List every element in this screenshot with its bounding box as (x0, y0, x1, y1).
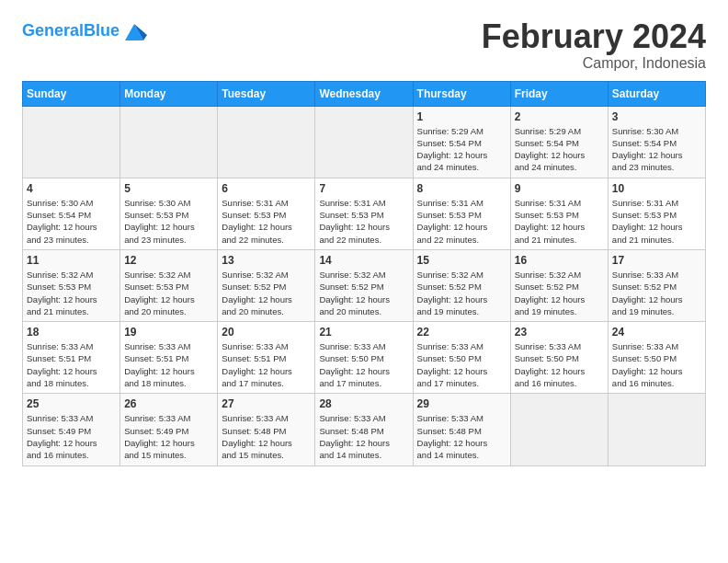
calendar-day-cell: 10Sunrise: 5:31 AMSunset: 5:53 PMDayligh… (608, 178, 705, 249)
day-info: Sunrise: 5:33 AMSunset: 5:50 PMDaylight:… (515, 340, 604, 389)
calendar-day-cell: 18Sunrise: 5:33 AMSunset: 5:51 PMDayligh… (23, 322, 120, 394)
day-number: 18 (27, 326, 116, 339)
calendar-day-cell: 21Sunrise: 5:33 AMSunset: 5:50 PMDayligh… (315, 322, 413, 394)
calendar-day-cell: 9Sunrise: 5:31 AMSunset: 5:53 PMDaylight… (510, 178, 608, 249)
calendar-day-cell: 12Sunrise: 5:32 AMSunset: 5:53 PMDayligh… (120, 249, 218, 321)
day-info: Sunrise: 5:33 AMSunset: 5:49 PMDaylight:… (27, 412, 116, 461)
day-number: 21 (319, 326, 408, 339)
day-number: 25 (27, 397, 116, 410)
calendar-day-cell (510, 394, 608, 465)
logo: GeneralBlue (22, 18, 147, 44)
calendar-day-cell (120, 106, 218, 178)
day-info: Sunrise: 5:32 AMSunset: 5:53 PMDaylight:… (124, 269, 213, 317)
calendar-day-cell: 8Sunrise: 5:31 AMSunset: 5:53 PMDaylight… (413, 178, 510, 249)
day-number: 6 (222, 182, 311, 195)
day-number: 28 (319, 397, 408, 410)
calendar-day-cell: 6Sunrise: 5:31 AMSunset: 5:53 PMDaylight… (218, 178, 315, 249)
day-header: Sunday (23, 81, 120, 106)
calendar-day-cell: 11Sunrise: 5:32 AMSunset: 5:53 PMDayligh… (23, 249, 120, 321)
day-number: 26 (124, 397, 213, 410)
day-number: 1 (417, 110, 506, 123)
day-number: 4 (27, 182, 116, 195)
day-info: Sunrise: 5:29 AMSunset: 5:54 PMDaylight:… (417, 125, 506, 174)
day-number: 10 (612, 182, 701, 195)
day-header: Thursday (413, 81, 510, 106)
day-info: Sunrise: 5:33 AMSunset: 5:51 PMDaylight:… (27, 340, 116, 389)
title-area: February 2024 Campor, Indonesia (482, 18, 706, 72)
calendar-day-cell (315, 106, 413, 178)
calendar-week-row: 11Sunrise: 5:32 AMSunset: 5:53 PMDayligh… (23, 249, 706, 321)
day-info: Sunrise: 5:33 AMSunset: 5:51 PMDaylight:… (124, 340, 213, 389)
calendar-day-cell: 22Sunrise: 5:33 AMSunset: 5:50 PMDayligh… (413, 322, 510, 394)
day-info: Sunrise: 5:31 AMSunset: 5:53 PMDaylight:… (222, 197, 311, 246)
day-info: Sunrise: 5:33 AMSunset: 5:48 PMDaylight:… (319, 412, 408, 461)
day-number: 3 (612, 110, 701, 123)
calendar-header-row: SundayMondayTuesdayWednesdayThursdayFrid… (23, 81, 706, 106)
day-number: 23 (515, 326, 604, 339)
calendar-day-cell: 28Sunrise: 5:33 AMSunset: 5:48 PMDayligh… (315, 394, 413, 465)
day-number: 5 (124, 182, 213, 195)
calendar-week-row: 1Sunrise: 5:29 AMSunset: 5:54 PMDaylight… (23, 106, 706, 178)
day-number: 22 (417, 326, 506, 339)
calendar-body: 1Sunrise: 5:29 AMSunset: 5:54 PMDaylight… (23, 106, 706, 465)
day-info: Sunrise: 5:31 AMSunset: 5:53 PMDaylight:… (515, 197, 604, 246)
calendar-week-row: 4Sunrise: 5:30 AMSunset: 5:54 PMDaylight… (23, 178, 706, 249)
day-info: Sunrise: 5:32 AMSunset: 5:52 PMDaylight:… (319, 269, 408, 317)
day-info: Sunrise: 5:29 AMSunset: 5:54 PMDaylight:… (515, 125, 604, 174)
day-number: 7 (319, 182, 408, 195)
calendar-day-cell: 17Sunrise: 5:33 AMSunset: 5:52 PMDayligh… (608, 249, 705, 321)
calendar-day-cell: 5Sunrise: 5:30 AMSunset: 5:53 PMDaylight… (120, 178, 218, 249)
day-info: Sunrise: 5:33 AMSunset: 5:49 PMDaylight:… (124, 412, 213, 461)
main-title: February 2024 (482, 18, 706, 55)
day-number: 19 (124, 326, 213, 339)
calendar-week-row: 25Sunrise: 5:33 AMSunset: 5:49 PMDayligh… (23, 394, 706, 465)
day-header: Monday (120, 81, 218, 106)
calendar-day-cell: 27Sunrise: 5:33 AMSunset: 5:48 PMDayligh… (218, 394, 315, 465)
calendar-day-cell: 19Sunrise: 5:33 AMSunset: 5:51 PMDayligh… (120, 322, 218, 394)
day-header: Saturday (608, 81, 705, 106)
day-info: Sunrise: 5:33 AMSunset: 5:50 PMDaylight:… (417, 340, 506, 389)
calendar-day-cell: 7Sunrise: 5:31 AMSunset: 5:53 PMDaylight… (315, 178, 413, 249)
day-number: 9 (515, 182, 604, 195)
day-header: Wednesday (315, 81, 413, 106)
day-header: Tuesday (218, 81, 315, 106)
calendar-day-cell (218, 106, 315, 178)
day-info: Sunrise: 5:31 AMSunset: 5:53 PMDaylight:… (612, 197, 701, 246)
day-number: 16 (515, 254, 604, 267)
calendar-day-cell: 2Sunrise: 5:29 AMSunset: 5:54 PMDaylight… (510, 106, 608, 178)
day-info: Sunrise: 5:33 AMSunset: 5:48 PMDaylight:… (222, 412, 311, 461)
logo-icon (121, 18, 147, 44)
calendar-day-cell: 20Sunrise: 5:33 AMSunset: 5:51 PMDayligh… (218, 322, 315, 394)
day-number: 14 (319, 254, 408, 267)
day-info: Sunrise: 5:33 AMSunset: 5:51 PMDaylight:… (222, 340, 311, 389)
logo-text: GeneralBlue (22, 22, 119, 40)
calendar-day-cell: 24Sunrise: 5:33 AMSunset: 5:50 PMDayligh… (608, 322, 705, 394)
calendar-day-cell: 3Sunrise: 5:30 AMSunset: 5:54 PMDaylight… (608, 106, 705, 178)
calendar-table: SundayMondayTuesdayWednesdayThursdayFrid… (22, 81, 706, 466)
day-number: 24 (612, 326, 701, 339)
day-info: Sunrise: 5:33 AMSunset: 5:48 PMDaylight:… (417, 412, 506, 461)
day-number: 2 (515, 110, 604, 123)
header: GeneralBlue February 2024 Campor, Indone… (22, 18, 706, 72)
day-info: Sunrise: 5:30 AMSunset: 5:54 PMDaylight:… (612, 125, 701, 174)
calendar-day-cell: 4Sunrise: 5:30 AMSunset: 5:54 PMDaylight… (23, 178, 120, 249)
day-info: Sunrise: 5:31 AMSunset: 5:53 PMDaylight:… (417, 197, 506, 246)
day-info: Sunrise: 5:32 AMSunset: 5:52 PMDaylight:… (515, 269, 604, 317)
calendar-day-cell: 1Sunrise: 5:29 AMSunset: 5:54 PMDaylight… (413, 106, 510, 178)
day-info: Sunrise: 5:30 AMSunset: 5:54 PMDaylight:… (27, 197, 116, 246)
calendar-day-cell: 29Sunrise: 5:33 AMSunset: 5:48 PMDayligh… (413, 394, 510, 465)
calendar-day-cell: 15Sunrise: 5:32 AMSunset: 5:52 PMDayligh… (413, 249, 510, 321)
day-number: 13 (222, 254, 311, 267)
day-info: Sunrise: 5:33 AMSunset: 5:50 PMDaylight:… (612, 340, 701, 389)
day-info: Sunrise: 5:33 AMSunset: 5:52 PMDaylight:… (612, 269, 701, 317)
day-number: 27 (222, 397, 311, 410)
calendar-week-row: 18Sunrise: 5:33 AMSunset: 5:51 PMDayligh… (23, 322, 706, 394)
day-info: Sunrise: 5:32 AMSunset: 5:52 PMDaylight:… (417, 269, 506, 317)
day-number: 11 (27, 254, 116, 267)
subtitle: Campor, Indonesia (482, 55, 706, 72)
day-number: 8 (417, 182, 506, 195)
day-header: Friday (510, 81, 608, 106)
day-info: Sunrise: 5:31 AMSunset: 5:53 PMDaylight:… (319, 197, 408, 246)
calendar-day-cell (23, 106, 120, 178)
day-info: Sunrise: 5:30 AMSunset: 5:53 PMDaylight:… (124, 197, 213, 246)
